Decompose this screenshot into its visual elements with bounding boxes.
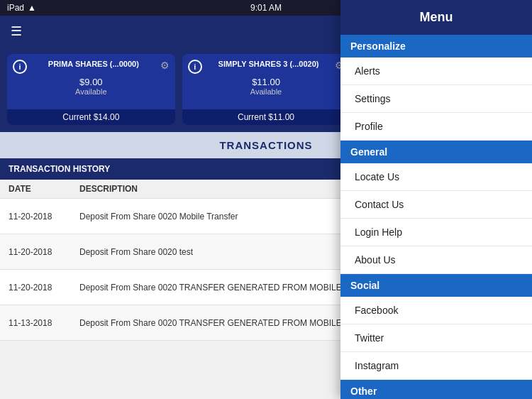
card-title-1: PRIMA SHARES (...0000) [31, 60, 157, 68]
info-icon-2[interactable]: i [188, 60, 202, 74]
device-name: iPad [7, 3, 24, 13]
menu-item-profile[interactable]: Profile [340, 113, 532, 141]
menu-title: Menu [340, 0, 532, 35]
menu-item-facebook[interactable]: Facebook [340, 297, 532, 324]
menu-section-general: General [340, 141, 532, 163]
card-available-2: Available [188, 87, 345, 96]
menu-section-personalize: Personalize [340, 35, 532, 58]
account-card-1[interactable]: i PRIMA SHARES (...0000) ⚙ $9.00 Availab… [7, 54, 175, 125]
menu-overlay: Menu Personalize Alerts Settings Profile… [340, 0, 532, 399]
card-amount-1: $9.00 [13, 77, 170, 87]
row-date-4: 11-13-2018 [9, 318, 79, 328]
menu-item-twitter[interactable]: Twitter [340, 324, 532, 352]
card-current-2: Current $11.00 [182, 109, 350, 125]
info-icon-1[interactable]: i [13, 60, 27, 74]
wifi-icon: ▲ [28, 3, 36, 13]
menu-section-other: Other [340, 380, 532, 399]
menu-item-settings[interactable]: Settings [340, 85, 532, 113]
row-date-3: 11-20-2018 [9, 283, 79, 293]
menu-item-instagram[interactable]: Instagram [340, 352, 532, 380]
menu-item-login-help[interactable]: Login Help [340, 219, 532, 246]
hamburger-button[interactable]: ☰ [11, 23, 22, 39]
card-available-1: Available [13, 87, 170, 96]
menu-section-social: Social [340, 274, 532, 297]
card-title-2: SIMPLY SHARES 3 (...0020) [206, 60, 332, 68]
card-current-1: Current $14.00 [7, 109, 175, 125]
row-date-2: 11-20-2018 [9, 247, 79, 257]
menu-item-alerts[interactable]: Alerts [340, 58, 532, 85]
col-header-date: DATE [9, 184, 79, 194]
card-amount-2: $11.00 [188, 77, 345, 87]
status-time: 9:01 AM [250, 3, 282, 13]
row-date-1: 11-20-2018 [9, 212, 79, 222]
menu-item-locate-us[interactable]: Locate Us [340, 163, 532, 191]
menu-item-about-us[interactable]: About Us [340, 246, 532, 274]
menu-item-contact-us[interactable]: Contact Us [340, 191, 532, 219]
card-gear-icon-1[interactable]: ⚙ [160, 60, 170, 71]
status-left: iPad ▲ [7, 3, 36, 13]
account-card-2[interactable]: i SIMPLY SHARES 3 (...0020) ⚙ $11.00 Ava… [182, 54, 350, 125]
